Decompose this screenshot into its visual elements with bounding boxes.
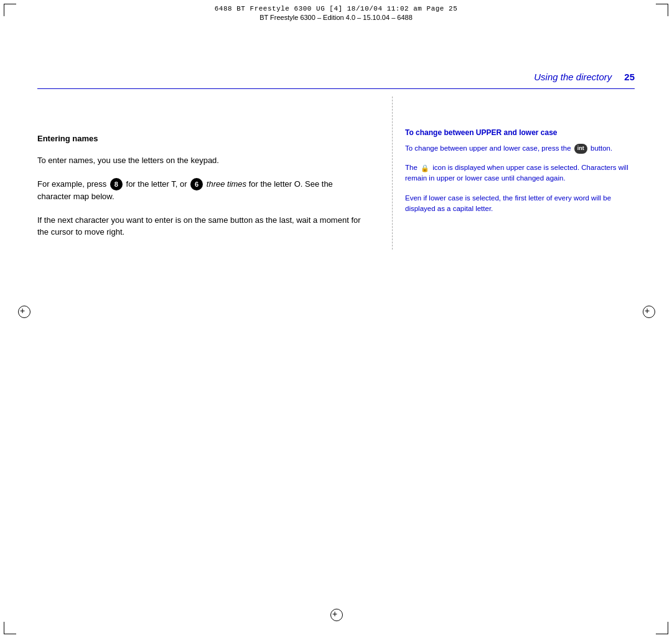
section-title: Using the directory [534, 72, 612, 82]
para3: If the next character you want to enter … [37, 214, 367, 238]
crop-mark-tl [4, 4, 16, 16]
header-rule [37, 88, 635, 89]
crosshair-bottom [330, 608, 342, 621]
left-column: Entering names To enter names, you use t… [37, 96, 392, 250]
lock-icon: 🔒 [421, 163, 429, 174]
para1: To enter names, you use the letters on t… [37, 154, 367, 167]
para2-italic: three times [204, 179, 246, 189]
right-para3: Even if lower case is selected, the firs… [405, 193, 635, 215]
int-button-icon: int [574, 144, 587, 154]
header-line1: 6488 BT Freestyle 6300 UG [4] 18/10/04 1… [37, 5, 635, 12]
top-header: 6488 BT Freestyle 6300 UG [4] 18/10/04 1… [37, 5, 635, 21]
page-number: 25 [624, 72, 635, 82]
crop-mark-bl [4, 622, 16, 634]
right-para1: To change between upper and lower case, … [405, 143, 635, 154]
para2-pre: For example, press [37, 179, 106, 189]
crosshair-right [642, 305, 655, 317]
right-para2-pre: The [405, 164, 418, 171]
right-para2: The 🔒 icon is displayed when upper case … [405, 162, 635, 184]
right-para1-pre: To change between upper and lower case, … [405, 144, 571, 152]
entering-names-heading: Entering names [37, 134, 367, 143]
right-column: To change between UPPER and lower case T… [392, 96, 635, 250]
right-heading: To change between UPPER and lower case [405, 128, 635, 138]
para2-mid: for the letter T, or [126, 179, 187, 189]
right-para1-post: button. [590, 144, 612, 152]
para2: For example, press 8 for the letter T, o… [37, 178, 367, 203]
crop-mark-tr [656, 4, 668, 16]
crop-mark-br [656, 622, 668, 634]
key-8-icon: 8 [110, 178, 123, 190]
page-container: 6488 BT Freestyle 6300 UG [4] 18/10/04 1… [0, 0, 672, 638]
key-6-icon: 6 [190, 178, 203, 190]
page-header-right: Using the directory 25 [37, 72, 635, 82]
crosshair-left [17, 305, 30, 317]
main-content: Entering names To enter names, you use t… [37, 96, 635, 250]
right-para2-post: icon is displayed when upper case is sel… [405, 164, 628, 182]
page-header: Using the directory 25 [37, 72, 635, 82]
header-line2: BT Freestyle 6300 – Edition 4.0 – 15.10.… [37, 14, 635, 21]
